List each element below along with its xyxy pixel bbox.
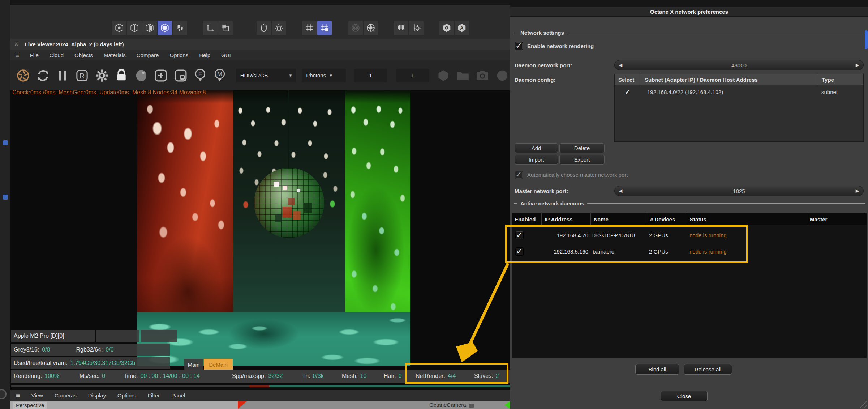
menu-help[interactable]: Help bbox=[199, 52, 210, 58]
rgb-value: 0/0 bbox=[106, 346, 113, 353]
render-scene bbox=[137, 90, 410, 366]
spinner-left-icon[interactable]: ◀ bbox=[619, 188, 622, 193]
axis-icon[interactable] bbox=[203, 21, 218, 35]
panel-title: Octane X network preferences bbox=[510, 7, 868, 17]
camera-name[interactable]: OctaneCamera bbox=[429, 402, 474, 408]
auto-master-checkbox[interactable]: ✓ bbox=[515, 171, 523, 179]
sidebar-blue-marker-icon[interactable] bbox=[3, 140, 8, 145]
close-button[interactable]: Close bbox=[661, 391, 708, 401]
hamburger-icon[interactable]: ≡ bbox=[16, 391, 20, 400]
uv-fragments-icon[interactable] bbox=[173, 21, 187, 35]
perspective-label[interactable]: Perspective bbox=[13, 402, 47, 409]
export-button[interactable]: Export bbox=[559, 155, 605, 165]
samples-field-2[interactable]: 1 bbox=[396, 69, 430, 82]
menu-filter[interactable]: Filter bbox=[148, 392, 160, 399]
edges-mode-icon[interactable] bbox=[127, 21, 142, 35]
grid-icon[interactable] bbox=[302, 21, 317, 35]
timeline-track[interactable] bbox=[11, 385, 249, 387]
octane-object-icon[interactable] bbox=[439, 21, 454, 35]
menu-cameras[interactable]: Cameras bbox=[55, 392, 77, 399]
workplane-icon[interactable] bbox=[218, 21, 233, 35]
menu-panel[interactable]: Panel bbox=[171, 392, 185, 399]
material-picker-icon[interactable]: M bbox=[212, 66, 228, 85]
stat-label: Tri: bbox=[302, 373, 310, 379]
auto-master-label: Automatically choose master network port bbox=[527, 172, 628, 178]
delete-button[interactable]: Delete bbox=[559, 143, 605, 153]
samples-field-1[interactable]: 1 bbox=[354, 69, 387, 82]
model-mode-icon[interactable] bbox=[158, 21, 172, 35]
grid-snap-lock-icon[interactable] bbox=[317, 21, 332, 35]
menu-objects[interactable]: Objects bbox=[74, 52, 93, 58]
points-mode-icon[interactable] bbox=[112, 21, 126, 35]
menu-materials[interactable]: Materials bbox=[104, 52, 126, 58]
add-region-icon[interactable] bbox=[153, 66, 169, 85]
daemon-row[interactable]: ✓ 192.168.5.160 barnapro 2 GPUs node is … bbox=[512, 243, 867, 260]
resize-grip[interactable] bbox=[857, 398, 867, 408]
lock-resolution-icon[interactable] bbox=[113, 66, 129, 85]
snap-settings-gear-icon[interactable] bbox=[272, 21, 286, 35]
menu-compare[interactable]: Compare bbox=[137, 52, 159, 58]
sub-region-icon[interactable] bbox=[172, 66, 188, 85]
menu-options[interactable]: Options bbox=[169, 52, 188, 58]
restart-render-icon[interactable] bbox=[35, 66, 51, 85]
import-button[interactable]: Import bbox=[515, 155, 558, 165]
spinner-right-icon[interactable]: ▶ bbox=[856, 188, 859, 193]
daemon-config-row[interactable]: ✓ 192.168.4.0/22 (192.168.4.102) subnet bbox=[615, 85, 863, 99]
menu-file[interactable]: File bbox=[30, 52, 39, 58]
subnet-type: subnet bbox=[818, 89, 863, 95]
circle-dim-icon[interactable] bbox=[494, 66, 510, 85]
spinner-right-icon[interactable]: ▶ bbox=[856, 63, 859, 68]
symmetry-settings-icon[interactable] bbox=[409, 21, 424, 35]
spinner-left-icon[interactable]: ◀ bbox=[619, 63, 622, 68]
tab-demain[interactable]: DeMain bbox=[204, 359, 233, 370]
menu-gui[interactable]: GUI bbox=[221, 52, 231, 58]
reset-icon[interactable]: R bbox=[74, 66, 90, 85]
daemon-port-spinner[interactable]: ◀ 48000 ▶ bbox=[614, 60, 864, 70]
daemon-enabled-checkbox[interactable]: ✓ bbox=[515, 247, 524, 256]
chevron-down-icon: ▾ bbox=[289, 73, 292, 78]
stat-value: 2 bbox=[495, 373, 499, 379]
pause-render-icon[interactable] bbox=[55, 66, 70, 85]
menu-options2[interactable]: Options bbox=[117, 392, 136, 399]
polygons-mode-icon[interactable] bbox=[142, 21, 157, 35]
add-button[interactable]: Add bbox=[515, 143, 558, 153]
close-icon[interactable]: × bbox=[14, 41, 18, 48]
target-rings-icon[interactable] bbox=[348, 21, 363, 35]
render-ball-icon[interactable] bbox=[133, 66, 149, 85]
settings-gear-icon[interactable] bbox=[94, 66, 110, 85]
color-space-dropdown[interactable]: HDR/sRGB ▾ bbox=[236, 69, 296, 82]
master-port-value: 1025 bbox=[622, 188, 856, 194]
focus-picker-icon[interactable]: F bbox=[192, 66, 208, 85]
hamburger-icon[interactable]: ≡ bbox=[15, 51, 19, 59]
folder-dim-icon[interactable] bbox=[455, 66, 471, 85]
bind-all-button[interactable]: Bind all bbox=[635, 364, 679, 375]
network-settings-section: Network settings bbox=[514, 30, 865, 36]
snap-magnet-icon[interactable] bbox=[257, 21, 271, 35]
sidebar-bottom-icon[interactable] bbox=[0, 389, 7, 399]
daemon-config-table[interactable]: Select Subnet (Adapter IP) / Daemon Host… bbox=[614, 74, 864, 142]
camera-dim-icon[interactable] bbox=[474, 66, 490, 85]
menu-view[interactable]: View bbox=[31, 392, 43, 399]
daemon-row[interactable]: ✓ 192.168.4.70 DESKTOP-P7D7BTU 2 GPUs no… bbox=[512, 227, 867, 243]
master-port-spinner[interactable]: ◀ 1025 ▶ bbox=[614, 186, 864, 196]
enable-network-row: ✓ Enable network rendering bbox=[515, 42, 594, 50]
menu-display[interactable]: Display bbox=[88, 392, 106, 399]
active-daemons-table[interactable]: Enabled IP Address Name # Devices Status… bbox=[512, 213, 867, 358]
tab-main[interactable]: Main bbox=[184, 359, 203, 370]
render-region-gear-icon[interactable] bbox=[364, 21, 378, 35]
release-all-button[interactable]: Release all bbox=[684, 364, 732, 375]
octane-material-icon[interactable]: A bbox=[455, 21, 469, 35]
sidebar-blue-marker-icon[interactable] bbox=[3, 195, 8, 200]
menu-cloud[interactable]: Cloud bbox=[50, 52, 64, 58]
scene-floor bbox=[137, 312, 410, 366]
scrollbar-thumb[interactable] bbox=[865, 30, 868, 49]
vram-value: 1.794Gb/30.317Gb/32Gb bbox=[70, 360, 136, 366]
daemon-enabled-checkbox[interactable]: ✓ bbox=[515, 231, 524, 239]
kernel-dropdown[interactable]: Photons ▾ bbox=[302, 69, 346, 82]
daemons-header: Enabled IP Address Name # Devices Status… bbox=[512, 213, 867, 225]
row-check-icon[interactable]: ✓ bbox=[615, 88, 641, 96]
hexagon-dim-icon[interactable] bbox=[435, 66, 451, 85]
mirror-symmetry-icon[interactable] bbox=[394, 21, 408, 35]
aperture-icon[interactable] bbox=[15, 66, 31, 85]
enable-network-checkbox[interactable]: ✓ bbox=[515, 42, 523, 50]
